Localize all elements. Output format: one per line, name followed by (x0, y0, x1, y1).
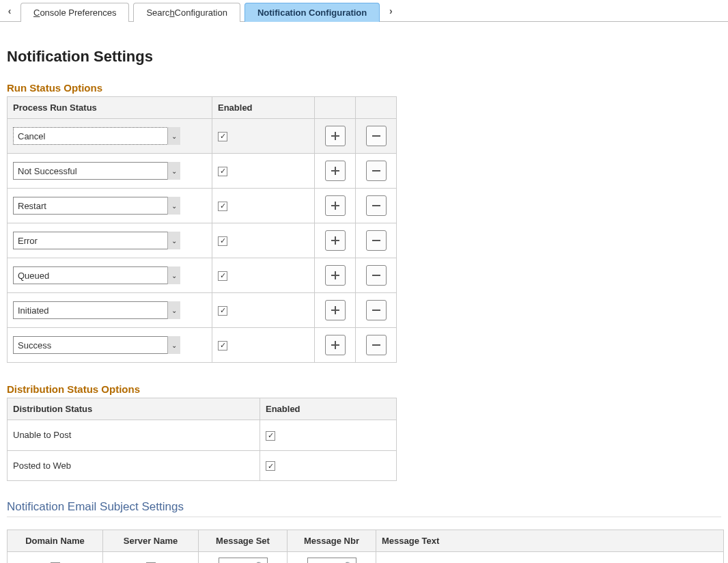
dist-status-table: Distribution Status Enabled Unable to Po… (7, 398, 397, 481)
svg-rect-20 (372, 344, 380, 346)
plus-icon (331, 131, 340, 141)
message-set-input[interactable] (219, 560, 253, 564)
enabled-checkbox[interactable] (266, 461, 275, 471)
remove-row-button[interactable] (366, 126, 387, 146)
plus-icon (331, 201, 340, 210)
add-row-button[interactable] (325, 195, 346, 216)
remove-row-button[interactable] (366, 300, 387, 320)
section-run-status-title: Run Status Options (7, 82, 721, 94)
col-message-nbr: Message Nbr (288, 530, 376, 552)
tab-bar: ‹ Console PreferencesSearch Configuratio… (0, 0, 728, 22)
process-run-status-select[interactable]: Error (13, 232, 180, 249)
svg-rect-14 (372, 275, 380, 276)
process-run-status-select[interactable]: Success (13, 336, 180, 354)
add-row-button[interactable] (325, 335, 346, 355)
chevron-right-icon: › (389, 5, 393, 16)
email-subject-row: 🔍🔍Customer-specific message (8, 552, 724, 564)
process-run-status-select[interactable]: Queued (13, 266, 180, 284)
svg-rect-10 (331, 240, 339, 241)
enabled-checkbox[interactable] (218, 306, 227, 316)
enabled-checkbox[interactable] (218, 132, 227, 141)
message-nbr-input[interactable] (308, 560, 342, 564)
remove-row-button[interactable] (366, 265, 387, 286)
minus-icon (372, 201, 381, 210)
tab-console-preferences[interactable]: Console Preferences (20, 3, 129, 22)
section-email-subject-title: Notification Email Subject Settings (7, 500, 721, 517)
run-status-row: Success⌄ (8, 328, 397, 363)
email-subject-table: Domain Name Server Name Message Set Mess… (7, 530, 724, 563)
remove-row-button[interactable] (366, 195, 387, 216)
enabled-checkbox[interactable] (218, 202, 227, 211)
enabled-checkbox[interactable] (218, 341, 227, 351)
remove-row-button[interactable] (366, 335, 387, 355)
col-message-text: Message Text (376, 530, 724, 552)
col-dist-status: Distribution Status (8, 398, 260, 420)
dist-status-row: Unable to Post (8, 420, 397, 451)
section-dist-status-title: Distribution Status Options (7, 383, 721, 395)
svg-rect-16 (331, 310, 339, 311)
process-run-status-select[interactable]: Cancel (13, 127, 180, 145)
remove-row-button[interactable] (366, 230, 387, 251)
svg-rect-13 (331, 275, 339, 276)
svg-rect-11 (372, 240, 380, 241)
plus-icon (331, 271, 340, 280)
dist-status-row: Posted to Web (8, 450, 397, 481)
svg-rect-8 (372, 205, 380, 206)
dist-status-label: Unable to Post (13, 430, 71, 440)
plus-icon (331, 166, 340, 176)
run-status-row: Error⌄ (8, 223, 397, 258)
process-run-status-select[interactable]: Initiated (13, 301, 180, 319)
svg-rect-2 (372, 135, 380, 137)
col-enabled: Enabled (212, 97, 315, 119)
col-message-set: Message Set (199, 530, 288, 552)
enabled-checkbox[interactable] (218, 236, 227, 246)
page-title: Notification Settings (7, 48, 721, 66)
add-row-button[interactable] (325, 265, 346, 286)
enabled-checkbox[interactable] (218, 271, 227, 281)
add-row-button[interactable] (325, 230, 346, 251)
col-process-run-status: Process Run Status (8, 97, 212, 119)
svg-rect-4 (331, 170, 339, 171)
run-status-row: Cancel⌄ (8, 119, 397, 154)
svg-rect-5 (372, 170, 380, 171)
run-status-row: Restart⌄ (8, 189, 397, 223)
add-row-button[interactable] (325, 161, 346, 181)
svg-rect-19 (331, 344, 339, 346)
minus-icon (372, 236, 381, 245)
col-dist-enabled: Enabled (260, 398, 397, 420)
svg-rect-1 (331, 135, 339, 137)
svg-rect-17 (372, 310, 380, 311)
run-status-row: Not Successful⌄ (8, 154, 397, 189)
minus-icon (372, 340, 381, 350)
col-server-name: Server Name (103, 530, 199, 552)
minus-icon (372, 166, 381, 176)
col-domain-name: Domain Name (8, 530, 103, 552)
tab-search-configuration[interactable]: Search Configuration (133, 3, 240, 22)
svg-rect-7 (331, 205, 339, 206)
col-remove (356, 97, 397, 119)
tab-scroll-left[interactable]: ‹ (3, 1, 16, 20)
plus-icon (331, 340, 340, 350)
process-run-status-select[interactable]: Restart (13, 197, 180, 215)
run-status-row: Initiated⌄ (8, 293, 397, 328)
dist-status-label: Posted to Web (13, 461, 71, 471)
enabled-checkbox[interactable] (218, 167, 227, 176)
process-run-status-select[interactable]: Not Successful (13, 162, 180, 180)
enabled-checkbox[interactable] (266, 431, 275, 441)
minus-icon (372, 131, 381, 141)
plus-icon (331, 236, 340, 245)
add-row-button[interactable] (325, 126, 346, 146)
run-status-table: Process Run Status Enabled Cancel⌄Not Su… (7, 96, 397, 363)
tab-scroll-right[interactable]: › (384, 1, 397, 20)
add-row-button[interactable] (325, 300, 346, 320)
plus-icon (331, 305, 340, 315)
minus-icon (372, 271, 381, 280)
remove-row-button[interactable] (366, 161, 387, 181)
chevron-left-icon: ‹ (8, 5, 12, 16)
minus-icon (372, 305, 381, 315)
col-add (315, 97, 356, 119)
tab-notification-configuration[interactable]: Notification Configuration (244, 3, 380, 22)
run-status-row: Queued⌄ (8, 258, 397, 293)
